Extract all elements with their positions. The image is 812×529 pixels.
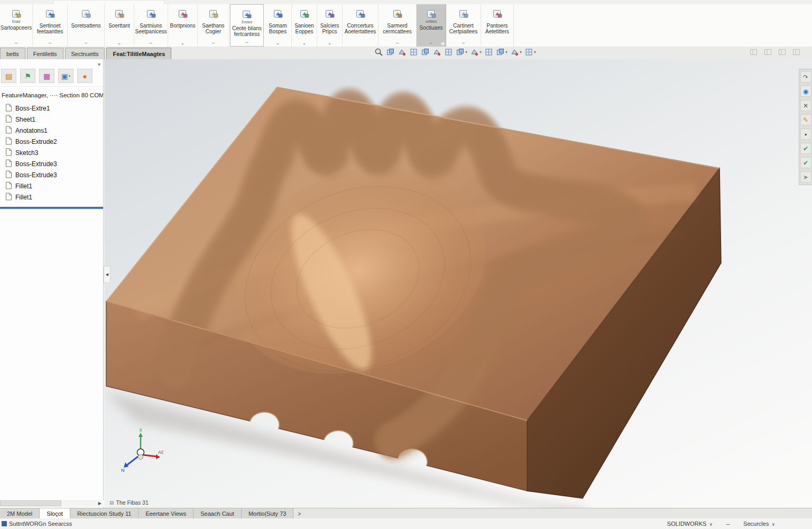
tree-item-anotatons1-2[interactable]: Anotatons1 xyxy=(0,125,103,136)
tree-item-boss-extrude3-6[interactable]: Boss-Extrude3 xyxy=(0,169,103,180)
dropdown-indicator[interactable]: ⌄ xyxy=(328,40,332,45)
rollback-bar[interactable] xyxy=(0,207,103,209)
ribbon-button-pantoers[interactable]: Pantoers Aetetitters xyxy=(481,4,514,47)
ribbon-button-sarmerd[interactable]: Sarmerd cermcattees– xyxy=(379,4,417,47)
triad-up-label: X xyxy=(139,427,142,433)
ribbon-button-sanioen[interactable]: Sanioen Eoppes⌄ xyxy=(292,4,317,47)
doc-tab-mortio-suty-73[interactable]: Mortio(Suty 73 xyxy=(242,508,294,519)
propertymanager-tab[interactable]: ⚑ xyxy=(20,69,35,83)
dropdown-indicator[interactable]: – xyxy=(85,40,87,45)
doc-tab-eeertane-views[interactable]: Eeertane Views xyxy=(139,508,193,519)
tree-item-sketch3-4[interactable]: Sketch3 xyxy=(0,147,103,158)
tree-item-sheet1-1[interactable]: Sheet1 xyxy=(0,114,103,125)
configurationmanager-tab[interactable]: ▦ xyxy=(39,69,54,83)
ribbon-button-soretsattens[interactable]: Soretsattens– xyxy=(68,4,105,47)
brush-icon[interactable]: ✎ xyxy=(800,114,811,125)
feature-label: Anotatons1 xyxy=(15,127,48,134)
dropdown-indicator[interactable]: – xyxy=(245,40,248,45)
tab-fentiletts[interactable]: Fentiletts xyxy=(27,48,63,59)
rotate-view-icon[interactable] xyxy=(444,48,453,57)
refresh-icon[interactable] xyxy=(778,48,786,58)
scrollbar-right-arrow-icon[interactable]: ▶ xyxy=(98,501,102,506)
pane-left-icon[interactable] xyxy=(750,48,758,58)
graphics-viewport[interactable]: X AC N ↷◉✕✎▪✔✔➤ ▤ The Fibas 31 xyxy=(104,59,812,508)
view-orientation-icon[interactable] xyxy=(432,48,441,57)
ribbon-button-soerttant[interactable]: Soerttant⌄ xyxy=(105,4,134,47)
ribbon-toolbar: EoadSartoapceers– Sertinoet feetaanttes–… xyxy=(0,4,812,47)
tree-item-boss-extre1-0[interactable]: Boss-Extre1 xyxy=(0,103,103,114)
tree-item-fillet1-7[interactable]: Fillet1 xyxy=(0,180,103,191)
appearance-icon[interactable] xyxy=(484,48,493,57)
previous-view-icon[interactable] xyxy=(409,48,418,57)
units-dropdown[interactable]: Securcles∨ xyxy=(743,521,775,527)
orientation-triad: X AC N xyxy=(118,427,163,473)
dropdown-indicator[interactable]: – xyxy=(396,40,399,45)
panes-icon[interactable]: ▾ xyxy=(510,48,522,57)
camera-icon[interactable]: ▾ xyxy=(524,48,536,57)
dropdown-indicator[interactable]: – xyxy=(15,40,17,45)
panel-horizontal-scrollbar[interactable]: ▶ xyxy=(0,500,104,507)
section-view-icon[interactable] xyxy=(421,48,430,57)
tab-betts[interactable]: betts xyxy=(0,48,25,59)
dropdown-indicator[interactable]: – xyxy=(212,40,215,45)
featuremanager-tab[interactable]: ▤ xyxy=(1,69,16,83)
ribbon-button-corrcerturs[interactable]: Corrcerturs Aoetertattees xyxy=(343,4,379,47)
dropdown-indicator[interactable]: ⌄ xyxy=(117,40,122,45)
dropdown-indicator[interactable]: – xyxy=(462,40,465,45)
dropdown-indicator[interactable]: ⌄ xyxy=(181,40,185,45)
ribbon-button-sertinoet[interactable]: Sertinoet feetaanttes– xyxy=(33,4,68,47)
dropdown-indicator[interactable]: – xyxy=(49,40,51,45)
ribbon-button-salciers[interactable]: Salciers Pripcs⌄ xyxy=(317,4,343,47)
dropdown-indicator[interactable]: – xyxy=(430,40,432,45)
hide-show-items-icon[interactable]: ▾ xyxy=(470,48,482,57)
brand-dropdown[interactable]: SOLIDWORKS∨ xyxy=(667,521,713,527)
check-icon[interactable]: ✔ xyxy=(800,143,811,154)
feature-icon xyxy=(5,181,12,191)
ribbon-button-sartniuns[interactable]: Sartniuns Seetpanicess– xyxy=(134,4,168,47)
copper-mold-model[interactable] xyxy=(104,59,812,508)
rotate-arrow-icon[interactable]: ↷ xyxy=(800,71,811,83)
doc-tab-slo-ot[interactable]: Sloçot xyxy=(40,508,70,519)
doc-tab-riectuscion-study-11[interactable]: Riectuscion Study 11 xyxy=(70,508,139,519)
stamp-icon[interactable]: ▪ xyxy=(800,129,811,140)
icon-caption: Eoad xyxy=(12,20,20,23)
globe-icon[interactable]: ◉ xyxy=(800,86,811,97)
display-style-icon[interactable]: ▾ xyxy=(456,48,467,57)
settings-icon[interactable] xyxy=(792,48,800,58)
document-tab-bar: 2M ModelSloçotRiectuscion Study 11Eeerta… xyxy=(0,508,812,519)
swoosh-icon[interactable]: ➤ xyxy=(800,171,811,183)
tab-scroll-more-icon[interactable]: > xyxy=(293,508,305,519)
tree-item-fillet1-8[interactable]: Fillet1 xyxy=(0,191,103,203)
ribbon-button-ceote-blians[interactable]: EnoiosCeote blians fertcantess– xyxy=(230,4,264,47)
scrollbar-thumb[interactable] xyxy=(0,500,61,506)
button-label: Sarmerd cermcattees xyxy=(383,23,411,35)
tree-item-boss-extrude3-5[interactable]: Boss-Extrude3 xyxy=(0,158,103,169)
dropdown-indicator[interactable]: ⌄ xyxy=(302,40,307,45)
doc-tab-2m-model[interactable]: 2M Model xyxy=(0,508,40,519)
tab-sectnuetts[interactable]: Sectnuetts xyxy=(65,48,105,59)
ribbon-button-somam[interactable]: Somam Bospes⌄ xyxy=(264,4,292,47)
displaymanager-tab[interactable]: ● xyxy=(77,69,93,83)
dropdown-indicator[interactable]: ⌄ xyxy=(276,40,280,45)
pane-grid-icon[interactable] xyxy=(764,48,772,58)
tab-feat-tilitlemaagtes[interactable]: Feat:TilitleMaagtes xyxy=(106,48,171,59)
collapse-chevron-icon[interactable]: ◀ xyxy=(440,41,444,46)
doc-tab-seaach-caut[interactable]: Seaach Caut xyxy=(193,508,242,519)
zoom-fit-icon[interactable] xyxy=(386,48,395,57)
ribbon-button-bortpnions[interactable]: Bortpnions⌄ xyxy=(168,4,198,47)
panel-splitter-handle[interactable]: ◀ xyxy=(104,266,110,283)
ribbon-button-sartoapceers[interactable]: EoadSartoapceers– xyxy=(0,4,33,47)
ribbon-button-cartinert[interactable]: Cartinert Certpiaitees– xyxy=(446,4,481,47)
ribbon-button-saethans[interactable]: Saethans Cogier– xyxy=(198,4,229,47)
tree-item-boss-extrude2-3[interactable]: Boss-Extrude2 xyxy=(0,136,103,147)
dimxpertmanager-tab[interactable]: ▣▾ xyxy=(58,69,73,83)
command-icon xyxy=(177,8,189,21)
view-settings-icon[interactable]: ▾ xyxy=(496,48,508,57)
check-edit-icon[interactable]: ✔ xyxy=(800,157,811,168)
ribbon-button-soctiuaes[interactable]: untitledSoctiuaes–◀ xyxy=(417,4,446,47)
pin-icon[interactable]: ▾ xyxy=(98,61,100,67)
close-icon[interactable]: ✕ xyxy=(800,100,811,111)
dropdown-indicator[interactable]: – xyxy=(150,40,152,45)
zoom-icon[interactable] xyxy=(374,48,383,57)
zoom-area-icon[interactable] xyxy=(398,48,407,57)
